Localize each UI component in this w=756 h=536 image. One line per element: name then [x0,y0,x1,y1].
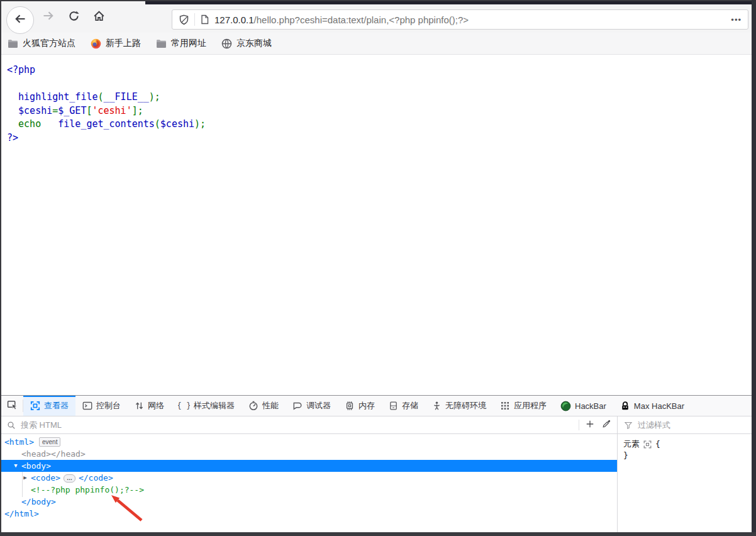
url-text: 127.0.0.1/hello.php?ceshi=data:text/plai… [214,14,721,25]
page-info-icon[interactable] [200,14,209,25]
bookmark-item-jd-mall[interactable]: 京东商城 [221,38,272,49]
folder-icon [156,39,167,48]
code-token: ]; [132,105,143,116]
tree-row-comment[interactable]: <!--?php phpinfo();?--> [1,484,617,496]
tab-storage[interactable]: 存储 [382,396,425,416]
tree-row-code[interactable]: ▶<code>…</code> [1,472,617,484]
tab-network[interactable]: 网络 [128,396,171,416]
code-token: $ceshi [7,105,52,116]
performance-icon [248,401,258,411]
home-icon [93,10,105,25]
bookmark-item-common-sites[interactable]: 常用网址 [156,38,206,49]
forward-button[interactable] [40,8,57,26]
rules-view: 元素 { } [618,434,752,532]
memory-icon [345,401,355,411]
collapse-arrow-icon[interactable]: ▼ [12,460,19,472]
debugger-icon [292,401,303,411]
tree-token: <body> [21,461,51,471]
eyedropper-button[interactable] [598,418,614,432]
tree-row-html-open[interactable]: <html>event [1,436,617,448]
code-token: = [52,105,58,116]
code-token [7,118,18,130]
tree-row-body-open[interactable]: ▼<body> [1,460,617,472]
pick-element-icon [7,399,18,413]
filter-styles-input[interactable] [636,420,752,430]
search-html-input[interactable] [19,420,579,430]
tab-application[interactable]: 应用程序 [493,396,553,416]
code-token: $ceshi [160,118,194,130]
tree-token: </code> [79,473,113,483]
tab-max-hackbar[interactable]: Max HacKBar [613,396,691,416]
code-token: ); [149,91,160,103]
tab-label: 控制台 [96,400,121,411]
tree-token: </body> [21,497,56,506]
red-annotation-arrow [96,491,152,525]
url-bar[interactable]: 127.0.0.1/hello.php?ceshi=data:text/plai… [172,9,748,30]
code-token: highlight_file [7,91,98,103]
code-line-1 [7,77,752,91]
rule-selector: 元素 [623,438,640,450]
urlbar-separator [194,13,195,26]
page-content: <?php highlight_file(__FILE__); $ceshi=$… [1,55,752,395]
tab-performance[interactable]: 性能 [242,396,286,416]
php-source-code: <?php highlight_file(__FILE__); $ceshi=$… [7,64,752,145]
inspector-icon [30,401,40,411]
tab-debugger[interactable]: 调试器 [286,396,338,416]
tab-console[interactable]: 控制台 [75,396,128,416]
back-button[interactable] [6,6,34,34]
home-button[interactable] [90,8,108,26]
devtools-toolbar: 查看器控制台网络{ }样式编辑器性能调试器内存存储无障碍环境应用程序HackBa… [1,396,752,416]
filter-funnel-icon [624,421,633,430]
rule-brace-close: } [623,450,752,461]
add-node-button[interactable] [582,418,598,432]
reload-button[interactable] [65,8,82,26]
tab-label: 存储 [402,400,418,411]
tab-inspector[interactable]: 查看器 [23,396,75,416]
rule-brace-open: { [655,438,660,450]
tree-row-body-close[interactable]: </body> [1,496,617,508]
storage-icon [389,401,398,411]
search-icon [7,421,16,430]
event-badge[interactable]: event [39,437,60,447]
tab-style-editor[interactable]: { }样式编辑器 [171,396,242,416]
console-icon [82,401,92,411]
code-token: file_get_contents [58,118,155,130]
tree-row-html-close[interactable]: </html> [1,508,617,520]
expand-arrow-icon[interactable]: ▶ [21,472,29,484]
code-line-4: echo file_get_contents($ceshi); [7,118,752,131]
html-tree: <html>event<head></head>▼<body>▶<code>…<… [1,436,617,520]
tree-token: <code> [31,473,60,483]
tab-label: 样式编辑器 [194,400,235,411]
tab-label: 内存 [359,400,375,411]
plus-icon [586,420,594,431]
devtools-tabs: 查看器控制台网络{ }样式编辑器性能调试器内存存储无障碍环境应用程序HackBa… [23,396,691,416]
folder-icon [8,39,18,48]
tab-memory[interactable]: 内存 [338,396,382,416]
code-token: ( [155,118,160,130]
code-token: $_GET [58,105,86,116]
devtools-panel: 查看器控制台网络{ }样式编辑器性能调试器内存存储无障碍环境应用程序HackBa… [1,395,752,532]
code-line-3: $ceshi=$_GET['ceshi']; [7,104,752,118]
tree-token: <html> [4,437,34,447]
bookmark-label: 新手上路 [106,38,141,49]
code-line-0: <?php [7,64,752,77]
bookmark-item-getting-started[interactable]: 新手上路 [91,38,141,49]
tab-hackbar[interactable]: HackBar [553,396,613,416]
tree-token: <head></head> [21,449,86,459]
collapsed-content-pill[interactable]: … [64,474,75,483]
tab-label: 无障碍环境 [445,400,486,411]
selector-highlighter-icon[interactable] [643,440,652,449]
braces-icon: { } [178,401,190,411]
markup-search-area [1,416,618,433]
tree-row-head[interactable]: <head></head> [1,448,617,460]
pick-element-button[interactable] [1,396,23,416]
tab-label: Max HacKBar [634,401,684,411]
tab-accessibility[interactable]: 无障碍环境 [425,396,493,416]
code-line-5: ?> [7,131,752,145]
bookmark-item-firefox-official[interactable]: 火狐官方站点 [8,38,75,49]
tracking-protection-icon[interactable] [179,14,189,25]
code-line-2: highlight_file(__FILE__); [7,91,752,104]
page-actions-button[interactable]: ••• [726,15,742,25]
bookmarks-toolbar: 火狐官方站点新手上路常用网址京东商城 [1,33,752,55]
bookmark-label: 常用网址 [171,38,206,49]
